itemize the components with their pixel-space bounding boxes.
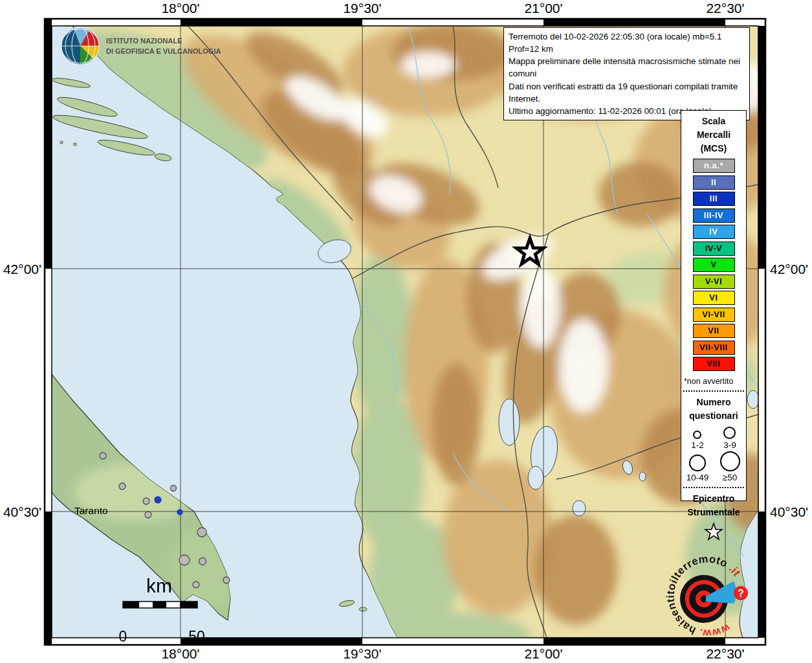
questionnaire-sizes: 1-23-910-49≥50	[681, 427, 746, 482]
epicenter-legend-title: Epicentro Strumentale	[681, 492, 746, 519]
ingv-name-line2: DI GEOFISICA E VULCANOLOGIA	[106, 46, 221, 56]
intensity-point-na	[145, 511, 151, 518]
mcs-chip-vi-vii: VI-VII	[693, 308, 735, 322]
axis-label-top: 21°00'	[524, 1, 562, 16]
legend-title: Scala Mercalli (MCS)	[681, 115, 746, 155]
macroseismic-map-page: 18°00'18°00'19°30'19°30'21°00'21°00'22°3…	[0, 0, 812, 663]
mcs-chip-viii: VIII	[693, 357, 735, 371]
axis-label-right: 40°30'	[770, 504, 811, 520]
intensity-point-na	[179, 555, 190, 565]
axis-label-top: 18°00'	[161, 1, 199, 16]
legend-divider	[683, 487, 744, 488]
mcs-chip-iv: IV	[693, 225, 735, 239]
hsit-question-mark: ?	[738, 588, 744, 599]
intensity-point-na	[223, 577, 230, 583]
intensity-point-na	[100, 453, 106, 459]
ingv-logo: ISTITUTO NAZIONALE DI GEOFISICA E VULCAN…	[60, 26, 226, 66]
legend-divider	[683, 390, 744, 392]
mcs-chip-iv-v: IV-V	[693, 242, 735, 256]
questionnaire-size-3-9: 3-9	[723, 427, 736, 450]
axis-label-top: 22°30'	[706, 1, 744, 16]
size-circle-label: 10-49	[686, 473, 709, 482]
scale-bar-labels: km 0 50	[118, 575, 209, 644]
legend-panel: Scala Mercalli (MCS) n.a.*IIIIIIII-IVIVI…	[681, 110, 747, 501]
questionnaire-size-10-49: 10-49	[686, 455, 709, 482]
epicenter-legend-star-icon	[703, 522, 724, 543]
axis-label-left: 42°00'	[0, 262, 41, 277]
axis-label-bottom: 21°00'	[524, 646, 562, 662]
ingv-globe-icon	[60, 26, 100, 66]
intensity-point-ii	[177, 510, 182, 515]
axis-label-left: 40°30'	[0, 504, 41, 520]
legend-footnote: *non avvertito	[684, 377, 746, 386]
intensity-point-na	[199, 558, 206, 565]
scale-unit-label: km	[118, 575, 200, 597]
mcs-chip-vii: VII	[693, 324, 735, 338]
mercalli-scale: n.a.*IIIIIIII-IVIVIV-VVV-VIVIVI-VIIVIIVI…	[681, 159, 746, 371]
size-circle-icon	[723, 427, 736, 439]
hsit-url-www: www.	[698, 622, 732, 640]
intensity-point-na	[171, 486, 177, 491]
city-label-taranto: Taranto	[74, 505, 108, 517]
size-circle-label: 1-2	[691, 440, 704, 450]
mcs-chip-n-a-: n.a.*	[693, 159, 735, 173]
intensity-point-na	[119, 483, 126, 489]
mcs-chip-iii: III	[693, 192, 735, 206]
hsit-logo: ? www. haisentitoilterremoto .it	[653, 547, 763, 654]
intensity-point-na	[143, 498, 149, 504]
size-circle-label: ≥50	[723, 473, 737, 482]
mcs-chip-iii-iv: III-IV	[693, 208, 735, 223]
mcs-chip-vi: VI	[693, 291, 735, 305]
event-info-box: Terremoto del 10-02-2026 22:05:30 (ora l…	[503, 27, 750, 120]
intensity-point-ii	[155, 497, 161, 503]
axis-label-right: 42°00'	[770, 262, 811, 277]
size-circle-label: 3-9	[723, 440, 736, 450]
mcs-chip-ii: II	[693, 175, 735, 190]
hsit-url-tld: .it	[727, 562, 743, 578]
questionnaire-size-1-2: 1-2	[691, 431, 704, 450]
size-circle-icon	[689, 455, 706, 471]
intensity-point-na	[197, 528, 206, 537]
mcs-chip-vii-viii: VII-VIII	[693, 341, 735, 355]
scale-start-label: 0	[119, 628, 127, 646]
axis-label-bottom: 19°30'	[343, 646, 381, 662]
size-circle-icon	[693, 431, 701, 439]
size-circle-icon	[720, 451, 740, 471]
questionnaire-size-≥50: ≥50	[720, 451, 740, 482]
mcs-chip-v: V	[693, 258, 735, 272]
ingv-name-line1: ISTITUTO NAZIONALE	[106, 36, 221, 46]
axis-label-top: 19°30'	[343, 1, 381, 16]
axis-label-bottom: 18°00'	[161, 646, 199, 662]
scale-end-label: 50	[188, 628, 205, 646]
questionnaire-title: Numero questionari	[681, 396, 746, 423]
mcs-chip-v-vi: V-VI	[693, 275, 735, 289]
